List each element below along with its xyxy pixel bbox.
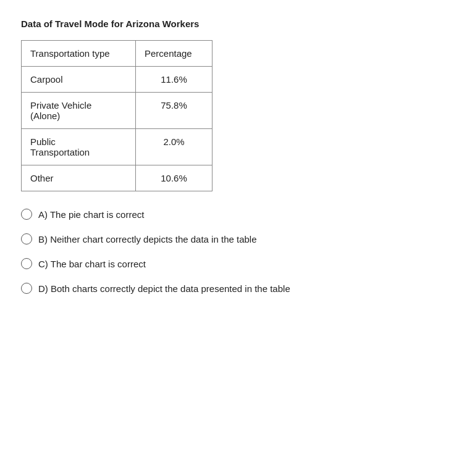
radio-c[interactable] <box>21 258 32 269</box>
table-cell-pct: 2.0% <box>135 129 212 165</box>
table-cell-type: PublicTransportation <box>22 129 136 165</box>
table-row: PublicTransportation2.0% <box>22 129 212 165</box>
option-item-d[interactable]: D) Both charts correctly depict the data… <box>21 283 448 294</box>
table-row: Carpool11.6% <box>22 67 212 93</box>
page-title: Data of Travel Mode for Arizona Workers <box>21 19 448 29</box>
option-label-c: C) The bar chart is correct <box>38 259 146 269</box>
radio-d[interactable] <box>21 283 32 294</box>
option-item-b[interactable]: B) Neither chart correctly depicts the d… <box>21 233 448 244</box>
option-label-d: D) Both charts correctly depict the data… <box>38 283 290 294</box>
option-item-a[interactable]: A) The pie chart is correct <box>21 209 448 220</box>
answer-options: A) The pie chart is correctB) Neither ch… <box>21 209 448 294</box>
col-header-pct: Percentage <box>135 41 212 67</box>
table-cell-type: Private Vehicle(Alone) <box>22 93 136 129</box>
table-row: Other10.6% <box>22 165 212 191</box>
table-row: Private Vehicle(Alone)75.8% <box>22 93 212 129</box>
data-table: Transportation type Percentage Carpool11… <box>21 40 212 191</box>
radio-a[interactable] <box>21 209 32 220</box>
option-label-a: A) The pie chart is correct <box>38 209 144 220</box>
table-cell-pct: 11.6% <box>135 67 212 93</box>
option-item-c[interactable]: C) The bar chart is correct <box>21 258 448 269</box>
table-cell-type: Other <box>22 165 136 191</box>
radio-b[interactable] <box>21 233 32 244</box>
table-cell-type: Carpool <box>22 67 136 93</box>
col-header-type: Transportation type <box>22 41 136 67</box>
option-label-b: B) Neither chart correctly depicts the d… <box>38 234 257 244</box>
table-cell-pct: 10.6% <box>135 165 212 191</box>
table-cell-pct: 75.8% <box>135 93 212 129</box>
